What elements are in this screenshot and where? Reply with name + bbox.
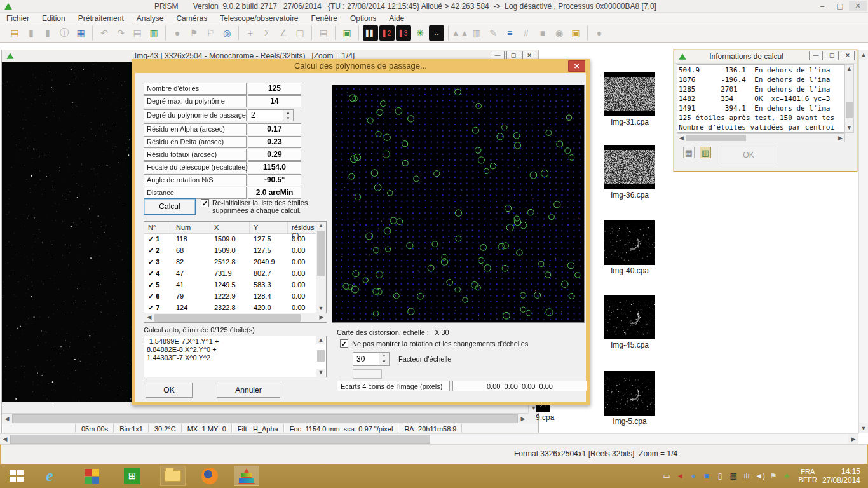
network-globe-icon[interactable]: ●: [688, 471, 699, 482]
copy-icon[interactable]: ▤: [130, 25, 145, 41]
column-header[interactable]: X: [210, 222, 250, 233]
pin-small-icon[interactable]: ⚐: [203, 25, 218, 41]
notes-icon[interactable]: ▤: [316, 25, 331, 41]
battery-icon[interactable]: ▯: [715, 471, 726, 482]
camera-icon[interactable]: ●: [592, 25, 607, 41]
histogram-2-icon[interactable]: ▌2: [379, 25, 395, 41]
redo-icon[interactable]: ↷: [113, 25, 128, 41]
globe-icon[interactable]: ◉: [552, 25, 567, 41]
thumbnail-img-31-cpa[interactable]: Img-31.cpa: [604, 72, 655, 126]
display-icon[interactable]: ▦: [728, 471, 739, 482]
menu-fen-tre[interactable]: Fenêtre: [305, 13, 344, 24]
taskbar-clock[interactable]: 14:15 27/08/2014: [822, 467, 860, 485]
star-table[interactable]: N°NumXYrésidus ('') ✓ 11181509.0127.50.0…: [144, 221, 327, 323]
info-icon[interactable]: ⓘ: [57, 25, 72, 41]
info-restore-button[interactable]: ▢: [825, 51, 839, 60]
copy-log-icon[interactable]: ▥: [700, 147, 711, 158]
sphere-icon[interactable]: ●: [170, 25, 185, 41]
flag-icon[interactable]: ⚑: [768, 471, 779, 482]
table-row[interactable]: ✓ 3822512.82049.90.00: [144, 257, 326, 268]
image-horizontal-scrollbar[interactable]: ◀ ▶: [2, 413, 528, 424]
pen-icon[interactable]: ✎: [485, 25, 501, 41]
teamviewer-icon[interactable]: ◙: [702, 471, 712, 482]
table-row[interactable]: ✓ 2681509.0127.50.00: [144, 245, 326, 257]
sort-list-icon[interactable]: ≡: [502, 25, 517, 41]
telescope-icon[interactable]: ✳: [412, 25, 428, 41]
open-folder-icon[interactable]: ▤: [7, 25, 22, 41]
save-all-icon[interactable]: ▮: [40, 25, 55, 41]
thumbnail-image[interactable]: [604, 371, 655, 416]
column-header[interactable]: N°: [144, 222, 172, 233]
column-header[interactable]: Num: [172, 222, 210, 233]
column-header[interactable]: Y: [250, 222, 288, 233]
layers-icon[interactable]: ▣: [568, 25, 583, 41]
restore-button[interactable]: ▢: [831, 1, 849, 11]
language-indicator[interactable]: FRA BEFR: [799, 468, 817, 484]
menu-aide[interactable]: Aide: [383, 13, 410, 24]
degree-spinner-buttons[interactable]: ▲▼: [283, 109, 294, 121]
info-vertical-scrollbar[interactable]: ▲ ▼: [844, 64, 854, 133]
column-header[interactable]: résidus (''): [288, 222, 316, 233]
info-window-titlebar[interactable]: Informations de calcul — ▢ ✕: [674, 50, 857, 64]
calcul-button[interactable]: Calcul: [144, 198, 196, 215]
menu-telescope-observatoire[interactable]: Telescope/observatoire: [214, 13, 304, 24]
table-row[interactable]: ✓ 5411249.5583.30.00: [144, 280, 326, 291]
minimize-button[interactable]: –: [813, 1, 831, 11]
calculation-log[interactable]: 504.9 -136.1 En dehors de l'ima1876 -196…: [677, 64, 845, 133]
thumbnail-image[interactable]: [604, 295, 655, 339]
thumbnail-img-45-cpa[interactable]: Img-45.cpa: [604, 295, 655, 349]
scale-spinner-buttons[interactable]: ▲▼: [379, 352, 390, 366]
info-horizontal-scrollbar[interactable]: ◀ ▶: [677, 133, 845, 142]
dark-square-icon[interactable]: ■: [535, 25, 550, 41]
pin-icon[interactable]: ⚑: [186, 25, 201, 41]
thumbnail-img-36-cpa[interactable]: Img-36.cpa: [604, 145, 655, 200]
selection-icon[interactable]: ▢: [292, 25, 308, 41]
cancel-button[interactable]: Annuler: [217, 383, 280, 398]
polynomial-box[interactable]: -1.54899E-7.X^1.Y^1 +8.84882E-8.X^2.Y^0 …: [144, 336, 327, 377]
menu-edition[interactable]: Edition: [36, 13, 72, 24]
prism-app-icon[interactable]: [234, 466, 259, 486]
curve-icon[interactable]: ∠: [276, 25, 291, 41]
undo-icon[interactable]: ↶: [97, 25, 112, 41]
table-vertical-scrollbar[interactable]: ▲ ▼: [316, 222, 326, 313]
thumbnail-img-5-cpa[interactable]: Img-5.cpa: [604, 371, 655, 426]
firefox-icon[interactable]: [197, 466, 222, 486]
paste-icon[interactable]: ▥: [146, 25, 161, 41]
poly-vertical-scrollbar[interactable]: ▲ ▼: [316, 336, 326, 377]
dialog-close-button[interactable]: ✕: [568, 60, 585, 72]
degree-value[interactable]: 2: [248, 109, 283, 121]
internet-explorer-icon[interactable]: e: [37, 466, 62, 486]
hide-rotation-checkbox[interactable]: ✓: [340, 339, 348, 348]
info-close-button[interactable]: ✕: [841, 51, 855, 60]
menu-fichier[interactable]: Fichier: [0, 13, 36, 24]
dialog-titlebar[interactable]: Calcul des polynomes de passage...: [132, 59, 590, 73]
thumbnail-img-40-cpa[interactable]: Img-40.cpa: [604, 220, 655, 275]
close-button[interactable]: ✕: [849, 1, 867, 11]
distortion-map[interactable]: [332, 85, 585, 323]
show-desktop-icon[interactable]: ▭: [661, 471, 672, 482]
menu-analyse[interactable]: Analyse: [130, 13, 170, 24]
mdi-vertical-scrollbar[interactable]: ▲ ▼: [858, 50, 868, 433]
info-minimize-button[interactable]: —: [809, 51, 823, 60]
thumbnail-image[interactable]: [604, 145, 655, 189]
table-row[interactable]: ✓ 447731.9802.70.00: [144, 268, 326, 280]
star-match-icon[interactable]: ∴: [429, 25, 444, 41]
defragmenter-icon[interactable]: [79, 466, 104, 486]
image-info-icon[interactable]: ▦: [73, 25, 88, 41]
windows-store-icon[interactable]: ⊞: [119, 466, 145, 486]
save-icon[interactable]: ▮: [24, 25, 39, 41]
info-ok-button[interactable]: OK: [721, 147, 776, 163]
histogram-icon[interactable]: ▌▌: [363, 25, 378, 41]
columns-icon[interactable]: ▥: [469, 25, 484, 41]
histogram-3-icon[interactable]: ▌3: [396, 25, 411, 41]
thumbnail-image[interactable]: [604, 72, 655, 116]
grid-pen-icon[interactable]: #: [519, 25, 534, 41]
crosshair-icon[interactable]: +: [243, 25, 258, 41]
start-button[interactable]: [4, 466, 29, 486]
eco-icon[interactable]: ♣: [782, 471, 792, 482]
thumbnail-image[interactable]: [604, 220, 655, 265]
signal-icon[interactable]: ılı: [742, 471, 752, 482]
mdi-horizontal-scrollbar[interactable]: ◀ ▶: [0, 433, 858, 444]
muted-speaker-icon[interactable]: ◄: [675, 471, 686, 482]
menu-cam-ras[interactable]: Caméras: [170, 13, 214, 24]
